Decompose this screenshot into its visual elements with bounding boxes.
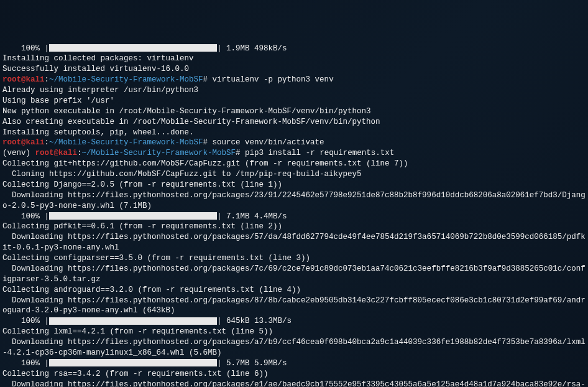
output-line: New python executable in /root/Mobile-Se… xyxy=(2,106,586,117)
command-text: virtualenv -p python3 venv xyxy=(208,75,334,84)
progress-percent: 100% | xyxy=(2,317,49,325)
progress-stats: | 645kB 13.3MB/s xyxy=(217,317,292,325)
progress-bar-icon xyxy=(49,317,217,325)
output-line: Cloning https://github.com/MobSF/CapFuzz… xyxy=(2,169,586,180)
output-line: Downloading https://files.pythonhosted.o… xyxy=(2,380,586,388)
progress-stats: | 1.9MB 498kB/s xyxy=(217,44,287,53)
prompt-user: root@kali xyxy=(35,149,78,157)
output-line: Collecting rsa==3.4.2 (from -r requireme… xyxy=(2,369,586,380)
progress-percent: 100% | xyxy=(2,44,49,53)
output-line: Using base prefix '/usr' xyxy=(2,96,586,106)
prompt-hash: # xyxy=(203,138,208,147)
output-line: Collecting androguard==3.2.0 (from -r re… xyxy=(2,285,586,296)
output-line: Also creating executable in /root/Mobile… xyxy=(2,117,586,128)
prompt-hash: # xyxy=(236,149,241,157)
prompt-sep: : xyxy=(77,149,82,157)
output-line: 100% || 7.1MB 4.4MB/s xyxy=(2,212,586,222)
output-line: Installing collected packages: virtualen… xyxy=(2,54,586,64)
prompt-user: root@kali xyxy=(2,75,45,84)
output-line: Downloading https://files.pythonhosted.o… xyxy=(2,264,586,285)
command-text: pip3 install -r requirements.txt xyxy=(241,149,395,157)
progress-stats: | 7.1MB 4.4MB/s xyxy=(217,212,287,221)
progress-bar-icon xyxy=(49,359,217,366)
output-line: Collecting pdfkit==0.6.1 (from -r requir… xyxy=(2,221,586,232)
progress-percent: 100% | xyxy=(2,359,49,368)
prompt-user: root@kali xyxy=(2,138,45,147)
output-line: Collecting Django==2.0.5 (from -r requir… xyxy=(2,180,586,190)
output-line: Collecting configparser==3.5.0 (from -r … xyxy=(2,253,586,264)
terminal-output[interactable]: 100% || 1.9MB 498kB/sInstalling collecte… xyxy=(2,44,586,388)
prompt-line: (venv) root@kali:~/Mobile-Security-Frame… xyxy=(2,148,586,159)
output-line: Downloading https://files.pythonhosted.o… xyxy=(2,232,586,253)
output-line: Downloading https://files.pythonhosted.o… xyxy=(2,337,586,358)
output-line: Collecting git+https://github.com/MobSF/… xyxy=(2,159,586,169)
venv-prefix: (venv) xyxy=(2,149,35,157)
output-line: Downloading https://files.pythonhosted.o… xyxy=(2,296,586,317)
output-line: 100% || 1.9MB 498kB/s xyxy=(2,44,586,54)
output-line: 100% || 5.7MB 5.9MB/s xyxy=(2,358,586,369)
prompt-path: ~/Mobile-Security-Framework-MobSF xyxy=(82,149,236,157)
prompt-sep: : xyxy=(45,75,50,84)
prompt-path: ~/Mobile-Security-Framework-MobSF xyxy=(49,75,203,84)
prompt-hash: # xyxy=(203,75,208,84)
output-line: Installing setuptools, pip, wheel...done… xyxy=(2,128,586,138)
command-text: source venv/bin/activate xyxy=(208,138,324,147)
output-line: Already using interpreter /usr/bin/pytho… xyxy=(2,85,586,96)
progress-bar-icon xyxy=(49,212,217,220)
prompt-path: ~/Mobile-Security-Framework-MobSF xyxy=(49,138,203,147)
output-line: Downloading https://files.pythonhosted.o… xyxy=(2,190,586,212)
output-line: Collecting lxml==4.2.1 (from -r requirem… xyxy=(2,327,586,337)
progress-stats: | 5.7MB 5.9MB/s xyxy=(217,359,287,368)
output-line: 100% || 645kB 13.3MB/s xyxy=(2,316,586,327)
prompt-sep: : xyxy=(45,138,50,147)
output-line: Successfully installed virtualenv-16.0.0 xyxy=(2,64,586,75)
progress-percent: 100% | xyxy=(2,212,49,221)
progress-bar-icon xyxy=(49,44,217,52)
prompt-line: root@kali:~/Mobile-Security-Framework-Mo… xyxy=(2,75,586,85)
prompt-line: root@kali:~/Mobile-Security-Framework-Mo… xyxy=(2,138,586,148)
